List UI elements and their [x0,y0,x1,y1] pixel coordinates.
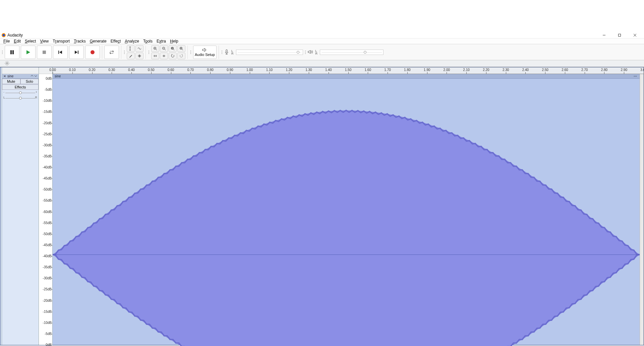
menu-generate[interactable]: Generate [88,39,109,44]
svg-point-1 [3,34,5,36]
svg-rect-7 [12,50,14,54]
skip-start-button[interactable] [53,46,68,59]
effects-button[interactable]: Effects [2,84,39,90]
solo-button[interactable]: Solo [20,79,39,84]
menu-tracks[interactable]: Tracks [72,39,88,44]
fit-project-button[interactable] [177,45,185,52]
clip-header[interactable]: sine ⋯ [53,74,640,79]
minimize-button[interactable] [596,32,612,39]
svg-marker-8 [26,50,30,54]
selection-tool-button[interactable] [127,45,135,52]
grip-icon[interactable] [123,46,125,59]
track-header[interactable]: ✕ sine [2,74,39,79]
pan-slider[interactable]: L R [2,96,39,100]
app-icon [1,33,6,38]
svg-line-42 [6,62,6,62]
pause-button[interactable] [5,46,19,59]
zoom-in-button[interactable] [151,45,159,52]
main-area: ✕ sine Mute Solo Effects - + L R 0dB-5dB [0,67,644,345]
stop-button[interactable] [37,46,52,59]
clip-menu-button[interactable]: ⋯ [634,74,638,78]
grip-icon[interactable] [1,46,3,59]
grip-icon[interactable] [221,46,223,59]
track-control-panel: ✕ sine Mute Solo Effects - + L R [2,67,39,345]
db-scale: 0dB-5dB-10dB-15dB-20dB-25dB-30dB-35dB-40… [39,67,53,345]
audio-setup-button[interactable]: Audio Setup [193,46,217,59]
playback-meter[interactable] [320,50,384,55]
app-title: Audacity [7,33,23,38]
timeline-ruler[interactable]: 0.000.100.200.300.400.500.600.700.800.90… [53,67,644,74]
menu-analyze[interactable]: Analyze [123,39,141,44]
svg-line-43 [8,64,8,65]
skip-end-button[interactable] [69,46,84,59]
audio-setup-label: Audio Setup [195,53,215,57]
svg-rect-3 [619,34,621,36]
undo-button[interactable] [169,53,177,59]
close-button[interactable] [627,32,643,39]
menu-select[interactable]: Select [23,39,38,44]
svg-line-45 [6,64,6,65]
menu-tools[interactable]: Tools [141,39,155,44]
audio-clip[interactable]: sine ⋯ [53,74,640,345]
settings-strip [0,60,644,67]
menu-transport[interactable]: Transport [51,39,72,44]
menu-effect[interactable]: Effect [109,39,123,44]
meter-lr-label: L R [230,50,235,55]
svg-point-14 [91,50,95,54]
close-track-button[interactable]: ✕ [3,74,6,78]
grip-icon[interactable] [148,46,150,59]
waveform[interactable] [53,79,640,346]
svg-marker-34 [202,48,205,52]
envelope-tool-button[interactable] [135,45,143,52]
svg-line-23 [173,49,174,50]
meter-lr-label: L R [314,50,319,55]
speaker-icon [202,48,208,52]
menu-help[interactable]: Help [168,39,180,44]
svg-rect-35 [226,50,227,52]
speaker-icon [308,50,313,55]
menu-file[interactable]: File [1,39,12,44]
collapse-track-button[interactable] [31,74,34,78]
svg-line-26 [182,49,183,50]
svg-rect-9 [43,51,46,54]
gain-slider[interactable]: - + [2,90,39,95]
multi-tool-button[interactable] [135,53,143,59]
trim-button[interactable] [151,53,159,59]
svg-rect-10 [58,51,59,54]
mic-icon [224,49,229,55]
silence-button[interactable] [160,53,168,59]
gear-icon[interactable] [5,61,9,66]
titlebar: Audacity [0,32,644,39]
svg-line-44 [8,62,8,62]
mute-button[interactable]: Mute [2,79,20,84]
zoom-out-button[interactable] [160,45,168,52]
track-menu-button[interactable] [34,74,37,78]
svg-rect-6 [10,50,12,54]
track-area: 0.000.100.200.300.400.500.600.700.800.90… [53,67,644,345]
toolbars: Audio Setup L R L R [0,44,644,60]
grip-icon[interactable] [190,46,192,59]
loop-button[interactable] [104,46,119,59]
svg-line-20 [165,49,166,50]
svg-rect-13 [78,51,78,54]
svg-marker-11 [59,51,62,54]
track-name: sine [7,74,13,78]
svg-rect-24 [172,48,173,49]
svg-line-16 [156,49,157,50]
recording-meter[interactable] [236,50,303,55]
draw-tool-button[interactable] [127,53,135,59]
menu-edit[interactable]: Edit [12,39,23,44]
svg-point-37 [6,62,8,64]
menu-extra[interactable]: Extra [155,39,168,44]
record-button[interactable] [85,46,100,59]
maximize-button[interactable] [612,32,627,39]
grip-icon[interactable] [304,46,306,59]
menu-view[interactable]: View [38,39,51,44]
vertical-scrollbar[interactable] [640,74,644,345]
svg-marker-12 [75,51,77,54]
fit-selection-button[interactable] [169,45,177,52]
redo-button[interactable] [177,53,185,59]
play-button[interactable] [21,46,36,59]
menubar: File Edit Select View Transport Tracks G… [0,39,644,44]
svg-marker-36 [308,50,310,54]
